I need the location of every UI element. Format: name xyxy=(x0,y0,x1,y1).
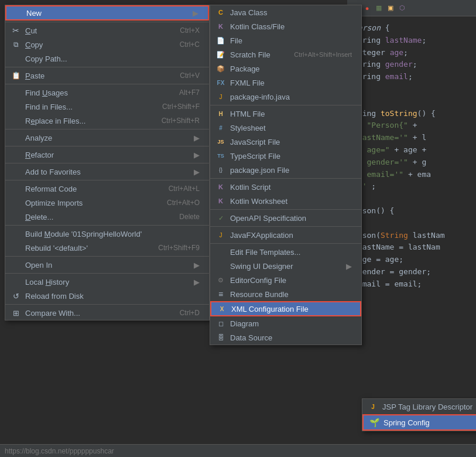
submenu-item-stylesheet[interactable]: # Stylesheet xyxy=(210,121,361,135)
menu-item-delete[interactable]: Delete... Delete xyxy=(5,210,209,224)
replace-files-shortcut: Ctrl+Shift+R xyxy=(162,117,200,125)
submenu-item-package-info[interactable]: J package-info.java xyxy=(210,90,361,104)
code-line: String email; xyxy=(353,71,470,83)
submenu-item-xml-config[interactable]: X XML Configuration File xyxy=(210,301,361,316)
menu-item-reformat[interactable]: Reformat Code Ctrl+Alt+L xyxy=(5,182,209,196)
reload-icon: ↺ xyxy=(10,291,22,301)
toolbar-icon-2[interactable]: ● xyxy=(362,4,372,13)
submenu-item-resource-bundle[interactable]: ≡ Resource Bundle xyxy=(210,287,361,301)
package-info-icon: J xyxy=(215,92,227,101)
menu-item-compare[interactable]: ⊞ Compare With... Ctrl+D xyxy=(5,306,209,320)
menu-item-refactor[interactable]: Refactor ▶ xyxy=(5,148,209,162)
submenu-item-kotlin-class[interactable]: K Kotlin Class/File xyxy=(210,19,361,33)
menu-label-refactor: Refactor xyxy=(25,151,194,159)
submenu-item-file[interactable]: 📄 File xyxy=(210,33,361,47)
menu-item-find-usages[interactable]: Find Usages Alt+F7 xyxy=(5,86,209,100)
menu-item-copy-path[interactable]: Copy Path... xyxy=(5,52,209,66)
code-line: "lastName='" + l xyxy=(353,132,470,144)
code-line: Person { xyxy=(353,22,470,35)
submenu-item-openapi[interactable]: ✓ OpenAPI Specification xyxy=(210,211,361,225)
submenu-label-data-source: Data Source xyxy=(230,333,272,342)
submenu-item-diagram[interactable]: ◻ Diagram xyxy=(210,316,361,330)
swing-ui-arrow: ▶ xyxy=(346,262,352,271)
menu-label-compare: Compare With... xyxy=(25,309,168,318)
subsubmenu-item-jsp[interactable]: J JSP Tag Library Descriptor xyxy=(362,399,476,414)
menu-item-analyze[interactable]: Analyze ▶ xyxy=(5,131,209,145)
submenu-item-scratch[interactable]: 📝 Scratch File Ctrl+Alt+Shift+Insert xyxy=(210,47,361,62)
separator xyxy=(5,180,209,180)
editorconfig-icon: ⚙ xyxy=(215,275,227,285)
menu-item-cut[interactable]: ✂ Cut Ctrl+X xyxy=(5,23,209,37)
menu-item-new[interactable]: New ▶ xyxy=(5,5,209,21)
submenu-item-swing-ui[interactable]: Swing UI Designer ▶ xyxy=(210,259,361,273)
separator xyxy=(210,209,361,210)
menu-item-local-history[interactable]: Local History ▶ xyxy=(5,275,209,289)
submenu-label-stylesheet: Stylesheet xyxy=(230,124,266,132)
paste-icon: 📋 xyxy=(10,71,22,80)
code-line: erson() { xyxy=(353,205,470,217)
menu-item-find-files[interactable]: Find in Files... Ctrl+Shift+F xyxy=(5,100,209,114)
submenu-label-diagram: Diagram xyxy=(230,319,259,328)
menu-item-open-in[interactable]: Open In ▶ xyxy=(5,258,209,272)
submenu-label-editorconfig: EditorConfig File xyxy=(230,276,286,285)
submenu-item-html[interactable]: H HTML File xyxy=(210,107,361,121)
package-json-icon: {} xyxy=(215,165,227,175)
submenu-item-typescript[interactable]: TS TypeScript File xyxy=(210,149,361,163)
submenu-label-typescript: TypeScript File xyxy=(230,152,280,161)
menu-item-build[interactable]: Build Module '01SpringHelloWorld' xyxy=(5,227,209,241)
menu-item-reload[interactable]: ↺ Reload from Disk xyxy=(5,289,209,303)
menu-item-rebuild[interactable]: Rebuild '<default>' Ctrl+Shift+F9 xyxy=(5,241,209,255)
submenu-label-javascript: JavaScript File xyxy=(230,138,280,146)
edit-templates-icon xyxy=(215,247,227,257)
submenu-item-javascript[interactable]: JS JavaScript File xyxy=(210,135,361,149)
submenu-item-package-json[interactable]: {} package.json File xyxy=(210,163,361,177)
find-files-icon xyxy=(10,102,22,111)
menu-label-replace-files: Replace in Files... xyxy=(25,117,150,125)
reformat-icon xyxy=(10,184,22,193)
subsubmenu-item-spring[interactable]: 🌱 Spring Config xyxy=(362,414,476,431)
submenu-item-editorconfig[interactable]: ⚙ EditorConfig File xyxy=(210,273,361,287)
kotlin-class-icon: K xyxy=(215,22,227,31)
menu-item-copy[interactable]: ⧉ Copy Ctrl+C xyxy=(5,37,209,52)
stylesheet-icon: # xyxy=(215,123,227,132)
html-icon: H xyxy=(215,109,227,118)
menu-item-favorites[interactable]: Add to Favorites ▶ xyxy=(5,165,209,179)
analyze-arrow: ▶ xyxy=(194,134,200,142)
submenu-item-edit-templates[interactable]: Edit File Templates... xyxy=(210,245,361,259)
delete-icon xyxy=(10,212,22,221)
separator xyxy=(210,243,361,244)
code-line: tring toString() { xyxy=(353,108,470,120)
submenu-label-html: HTML File xyxy=(230,110,265,118)
compare-icon: ⊞ xyxy=(10,308,22,318)
status-bar: https://blog.csdn.net/ppppppushcar xyxy=(0,444,476,457)
separator xyxy=(5,129,209,129)
menu-item-optimize[interactable]: Optimize Imports Ctrl+Alt+O xyxy=(5,196,209,210)
separator xyxy=(210,178,361,179)
separator xyxy=(5,67,209,67)
code-line: '}' ; xyxy=(353,180,470,193)
submenu-label-fxml: FXML File xyxy=(230,79,265,87)
submenu-item-kotlin-script[interactable]: K Kotlin Script xyxy=(210,180,361,194)
find-usages-shortcut: Alt+F7 xyxy=(179,88,200,97)
build-icon xyxy=(10,229,22,238)
submenu-item-kotlin-worksheet[interactable]: K Kotlin Worksheet xyxy=(210,194,361,208)
find-usages-icon xyxy=(10,88,22,97)
submenu-item-package[interactable]: 📦 Package xyxy=(210,62,361,76)
menu-item-replace-files[interactable]: Replace in Files... Ctrl+Shift+R xyxy=(5,114,209,128)
menu-label-paste: Paste xyxy=(25,71,168,80)
reformat-shortcut: Ctrl+Alt+L xyxy=(169,185,200,193)
submenu-item-java-class[interactable]: C Java Class xyxy=(210,5,361,19)
local-history-arrow: ▶ xyxy=(194,278,200,287)
submenu-item-javafx[interactable]: J JavaFXApplication xyxy=(210,228,361,242)
submenu-item-fxml[interactable]: FX FXML File xyxy=(210,76,361,90)
toolbar-icon-4[interactable]: ▣ xyxy=(386,4,395,13)
separator xyxy=(5,84,209,84)
separator xyxy=(5,163,209,163)
menu-item-paste[interactable]: 📋 Paste Ctrl+V xyxy=(5,69,209,83)
code-line: String gender; xyxy=(353,59,470,71)
toolbar-icon-5[interactable]: ⬡ xyxy=(398,4,407,13)
toolbar-icon-3[interactable]: ▦ xyxy=(374,4,383,13)
scratch-icon: 📝 xyxy=(215,50,227,59)
menu-label-local-history: Local History xyxy=(25,278,194,287)
submenu-item-data-source[interactable]: 🗄 Data Source xyxy=(210,330,361,345)
